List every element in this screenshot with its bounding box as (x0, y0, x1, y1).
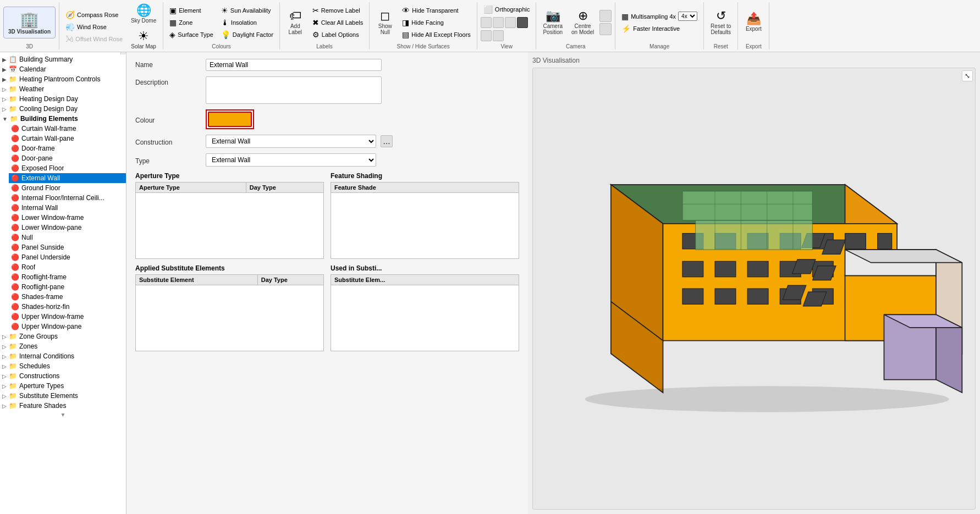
sidebar-item-heating-design-day[interactable]: ▷ 📁 Heating Design Day (0, 94, 126, 104)
zone-button[interactable]: ▦ Zone (167, 17, 216, 28)
daylight-factor-button[interactable]: 💡 Daylight Factor (218, 29, 276, 40)
sidebar-item-building-elements[interactable]: ▼ 📁 Building Elements (0, 114, 126, 124)
remove-label-button[interactable]: ✂ Remove Label (310, 5, 366, 16)
compass-rose-button[interactable]: 🧭 Compass Rose (63, 9, 125, 20)
offset-wind-rose-button[interactable]: 🌬 Offset Wind Rose (63, 34, 125, 45)
feature-shade-col-1: Feature Shade (331, 183, 519, 193)
orthographic-button[interactable]: ⬜ Orthographic (481, 4, 533, 15)
sidebar-item-curtain-wall-frame[interactable]: 🔴 Curtain Wall-frame (9, 124, 126, 134)
sidebar-item-lower-window-pane[interactable]: 🔴 Lower Window-pane (9, 223, 126, 233)
sidebar-item-schedules[interactable]: ▷ 📁 Schedules (0, 361, 126, 371)
sidebar-item-internal-floor[interactable]: 🔴 Internal Floor/Internal Ceili... (9, 193, 126, 203)
vis-expand-button[interactable]: ⤡ (962, 70, 973, 81)
sidebar-item-roof[interactable]: 🔴 Roof (9, 262, 126, 272)
view-btn-2[interactable] (493, 17, 504, 28)
manage-label: Manage (649, 43, 669, 49)
aperture-type-col-2: Day Type (246, 183, 323, 193)
sidebar-item-zones[interactable]: ▷ 📁 Zones (0, 341, 126, 351)
scroll-down-indicator[interactable]: ▼ (0, 411, 126, 419)
type-select[interactable]: External Wall (206, 153, 376, 167)
sidebar-item-feature-shades[interactable]: ▷ 📁 Feature Shades (0, 401, 126, 411)
sidebar-item-panel-sunside[interactable]: 🔴 Panel Sunside (9, 242, 126, 252)
toolbar-group-export: 📤 Export Export (738, 2, 769, 49)
solar-map-button[interactable]: ☀ Solar Map (128, 28, 159, 52)
export-button[interactable]: 📤 Export (741, 10, 766, 34)
element-button[interactable]: ▣ Element (167, 5, 216, 16)
3d-visualisation-button[interactable]: 🏢 3D Visualisation (3, 7, 56, 38)
sidebar-item-upper-window-pane[interactable]: 🔴 Upper Window-pane (9, 322, 126, 331)
sidebar-item-shades-frame[interactable]: 🔴 Shades-frame (9, 292, 126, 302)
construction-browse-button[interactable]: … (381, 135, 393, 147)
aperture-type-col-1: Aperture Type (136, 183, 246, 193)
label-options-button[interactable]: ⚙ Label Options (310, 29, 366, 40)
clear-all-labels-button[interactable]: ✖ Clear All Labels (310, 17, 366, 28)
sidebar-item-ground-floor[interactable]: 🔴 Ground Floor (9, 183, 126, 193)
colours-label: Colours (212, 43, 230, 49)
sidebar-item-building-summary[interactable]: ▶ 📋 Building Summary (0, 54, 126, 64)
view-label: View (500, 43, 513, 49)
show-null-button[interactable]: ◻ ShowNull (373, 8, 397, 37)
sidebar-item-door-pane[interactable]: 🔴 Door-pane (9, 153, 126, 163)
toolbar-group-3d: 🏢 3D Visualisation 3D (0, 2, 59, 49)
sidebar-item-exposed-floor[interactable]: 🔴 Exposed Floor (9, 163, 126, 173)
svg-rect-11 (845, 234, 866, 249)
centre-on-model-button[interactable]: ⊕ Centreon Model (568, 8, 597, 37)
sidebar-item-weather[interactable]: ▷ 📁 Weather (0, 84, 126, 94)
sidebar-item-lower-window-frame[interactable]: 🔴 Lower Window-frame (9, 213, 126, 223)
add-label-button[interactable]: 🏷 AddLabel (283, 8, 307, 37)
surface-type-button[interactable]: ◈ Surface Type (167, 29, 216, 40)
sidebar-item-shades-horiz-fin[interactable]: 🔴 Shades-horiz-fin (9, 302, 126, 312)
toolbar-group-vis-options: 🧭 Compass Rose 💨 Wind Rose 🌬 Offset Wind… (59, 2, 163, 49)
sun-availability-button[interactable]: ☀ Sun Availability (218, 5, 276, 16)
name-input[interactable] (206, 59, 382, 71)
sidebar-item-rooflight-pane[interactable]: 🔴 Rooflight-pane (9, 282, 126, 292)
svg-rect-12 (878, 234, 892, 249)
sky-dome-button[interactable]: 🌐 Sky Dome (128, 2, 159, 26)
hide-all-except-floors-button[interactable]: ▤ Hide All Except Floors (399, 29, 474, 40)
multisampling-button[interactable]: ▦ Multisampling 4x 4x2x8x (619, 10, 700, 22)
export-label: Export (746, 43, 762, 49)
reset-to-defaults-button[interactable]: ↺ Reset toDefaults (707, 8, 734, 37)
view-btn-5[interactable] (481, 30, 492, 41)
view-btn-6[interactable] (493, 30, 504, 41)
faster-interactive-button[interactable]: ⚡ Faster Interactive (619, 23, 700, 34)
wind-rose-button[interactable]: 💨 Wind Rose (63, 21, 125, 32)
sidebar-item-internal-conditions[interactable]: ▷ 📁 Internal Conditions (0, 351, 126, 361)
sidebar-item-null[interactable]: 🔴 Null (9, 233, 126, 242)
sidebar-item-upper-window-frame[interactable]: 🔴 Upper Window-frame (9, 312, 126, 322)
sidebar-item-substitute-elements[interactable]: ▷ 📁 Substitute Elements (0, 391, 126, 401)
sidebar-item-door-frame[interactable]: 🔴 Door-frame (9, 143, 126, 153)
content-area: Name Description Colour Construction Ext… (126, 52, 980, 514)
construction-select[interactable]: External Wall (206, 135, 376, 148)
sidebar-item-calendar[interactable]: ▶ 📅 Calendar (0, 64, 126, 74)
camera-btn-1[interactable] (599, 10, 612, 22)
sidebar-scrollbar[interactable] (120, 52, 126, 54)
sidebar-item-internal-wall[interactable]: 🔴 Internal Wall (9, 203, 126, 213)
colour-swatch[interactable] (208, 112, 252, 127)
camera-position-button[interactable]: 📷 CameraPosition (539, 8, 566, 37)
label-options-icon: ⚙ (312, 30, 320, 39)
view-btn-4[interactable] (517, 17, 528, 28)
hide-transparent-button[interactable]: 👁 Hide Transparent (399, 5, 474, 16)
insolation-button[interactable]: 🌡 Insolation (218, 17, 276, 28)
sidebar-item-heating-plantroom[interactable]: ▶ 📁 Heating Plantroom Controls (0, 74, 126, 84)
sidebar-item-external-wall[interactable]: 🔴 External Wall (9, 173, 126, 183)
vis-viewport[interactable]: ⤡ (532, 68, 976, 510)
sidebar-item-rooflight-frame[interactable]: 🔴 Rooflight-frame (9, 272, 126, 282)
camera-btn-2[interactable] (599, 23, 612, 35)
sidebar-item-aperture-types[interactable]: ▷ 📁 Aperture Types (0, 381, 126, 391)
feature-shading-table: Feature Shade (331, 182, 519, 259)
centre-on-model-icon: ⊕ (578, 10, 588, 22)
offset-wind-rose-icon: 🌬 (65, 35, 73, 43)
sidebar-item-cooling-design-day[interactable]: ▷ 📁 Cooling Design Day (0, 104, 126, 114)
sidebar-item-panel-underside[interactable]: 🔴 Panel Underside (9, 252, 126, 262)
sidebar-item-curtain-wall-pane[interactable]: 🔴 Curtain Wall-pane (9, 134, 126, 143)
sidebar-item-zone-groups[interactable]: ▷ 📁 Zone Groups (0, 331, 126, 341)
sidebar-item-constructions[interactable]: ▷ 📁 Constructions (0, 371, 126, 381)
sky-dome-icon: 🌐 (136, 4, 151, 16)
view-btn-3[interactable] (505, 17, 516, 28)
multisampling-select[interactable]: 4x2x8x (678, 12, 697, 21)
description-input[interactable] (206, 76, 382, 104)
view-btn-1[interactable] (481, 17, 492, 28)
hide-facing-button[interactable]: ◨ Hide Facing (399, 17, 474, 28)
